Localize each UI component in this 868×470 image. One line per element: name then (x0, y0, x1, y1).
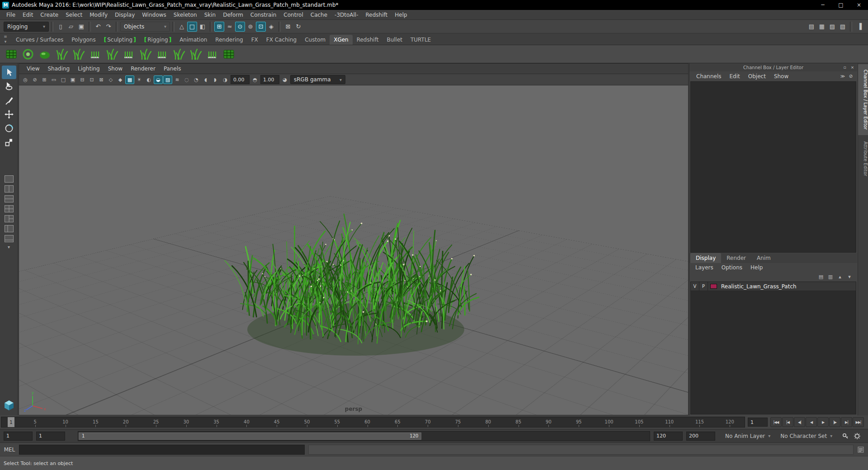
go-to-end-button[interactable]: ▶▶| (853, 417, 864, 427)
character-set-dropdown[interactable]: No Character Set ▾ (780, 433, 832, 439)
xgen-update-preview-icon[interactable] (37, 47, 52, 62)
animation-end-field[interactable]: 200 (686, 432, 715, 441)
gate-mask-icon[interactable]: ▣ (68, 75, 77, 84)
grid-icon[interactable]: ⊞ (40, 75, 49, 84)
shelf-tab-curves-surfaces[interactable]: Curves / Surfaces (12, 35, 67, 45)
wireframe-icon[interactable]: ◇ (106, 75, 115, 84)
color-management-icon[interactable]: ◕ (280, 75, 289, 84)
layer-playback-toggle[interactable]: P (699, 282, 708, 291)
exposure-field[interactable]: 0.00 (231, 75, 250, 84)
animation-start-field[interactable]: 1 (4, 432, 33, 441)
safe-action-icon[interactable]: ⊡ (87, 75, 96, 84)
layer-editor-tab-display[interactable]: Display (690, 253, 721, 263)
shelf-tab-animation[interactable]: Animation (175, 35, 211, 45)
menu-item-windows[interactable]: Windows (138, 10, 170, 20)
resolution-gate-icon[interactable]: □ (59, 75, 68, 84)
go-to-start-button[interactable]: |◀◀ (770, 417, 782, 427)
xgen-noise-brush-icon[interactable] (171, 47, 186, 62)
field-chart-icon[interactable]: ⊟ (78, 75, 87, 84)
file-open-icon[interactable]: ▱ (66, 22, 76, 32)
snap-to-grid-icon[interactable]: ⊞ (214, 22, 224, 32)
layer-row[interactable]: VPRealistic_Lawn_Grass_Patch (691, 282, 856, 291)
xgen-place-guides-icon[interactable] (204, 47, 220, 62)
timeline-track[interactable]: 5101520253035404550556065707580859095100… (1, 417, 745, 428)
layer-menu-options[interactable]: Options (717, 264, 746, 271)
hypergraph-persp-layout-icon[interactable] (3, 235, 15, 243)
layer-menu-layers[interactable]: Layers (691, 264, 717, 271)
gamma-icon[interactable]: ◓ (250, 75, 259, 84)
view-transform-dropdown[interactable]: sRGB gamma ▾ (290, 75, 345, 84)
animation-preferences-icon[interactable] (852, 431, 862, 441)
layer-visibility-toggle[interactable]: V (691, 282, 699, 291)
channel-box-menu-edit[interactable]: Edit (726, 73, 744, 80)
xgen-add-selection-icon[interactable] (54, 47, 69, 62)
channel-box-header[interactable]: Channel Box / Layer Editor ▫× (689, 63, 857, 71)
paint-select-tool-icon[interactable] (2, 94, 16, 107)
xgen-clump-brush-icon[interactable] (154, 47, 170, 62)
single-pane-layout-icon[interactable] (3, 175, 15, 183)
xgen-editor-icon[interactable] (4, 47, 19, 62)
menu-item-select[interactable]: Select (62, 10, 86, 20)
menu-item-redshift[interactable]: Redshift (362, 10, 392, 20)
menu-item-create[interactable]: Create (37, 10, 62, 20)
xgen-cut-brush-icon[interactable] (188, 47, 203, 62)
object-lock-icon[interactable]: ⊠ (283, 22, 293, 32)
panel-menu-renderer[interactable]: Renderer (127, 66, 160, 72)
maximize-button[interactable]: □ (832, 0, 850, 10)
shelf-tab-turtle[interactable]: TURTLE (406, 35, 435, 45)
select-object-icon[interactable]: □ (187, 22, 197, 32)
shelf-tab-menu-icon[interactable]: ▾ (2, 39, 9, 44)
shadows-icon[interactable]: ◐ (144, 75, 153, 84)
render-settings-icon[interactable]: ▧ (838, 22, 848, 32)
xgen-create-guide-icon[interactable] (71, 47, 86, 62)
menu-item-display[interactable]: Display (111, 10, 138, 20)
xgen-width-brush-icon[interactable] (121, 47, 136, 62)
close-button[interactable]: × (850, 0, 868, 10)
play-backwards-button[interactable]: ◀ (806, 417, 817, 427)
panel-menu-lighting[interactable]: Lighting (74, 66, 104, 72)
exposure-icon[interactable]: ◑ (221, 75, 230, 84)
move-layer-down-icon[interactable]: ▾ (845, 273, 854, 280)
scale-tool-icon[interactable] (2, 136, 16, 149)
menu-item-3dtoall[interactable]: -3DtoAll- (331, 10, 362, 20)
shaded-icon[interactable]: ◆ (116, 75, 125, 84)
new-layer-from-selected-icon[interactable]: ▥ (826, 273, 835, 280)
step-back-key-button[interactable]: ◀| (794, 417, 805, 427)
outliner-persp-layout-icon[interactable] (3, 225, 15, 233)
range-slider-track[interactable]: 1 120 (78, 431, 650, 441)
close-icon[interactable]: × (849, 65, 855, 70)
layout-menu-arrow-icon[interactable]: ▾ (8, 244, 10, 249)
textured-icon[interactable]: ▩ (125, 75, 134, 84)
panel-menu-show[interactable]: Show (104, 66, 127, 72)
step-back-frame-button[interactable]: |◀ (782, 417, 793, 427)
redo-icon[interactable]: ↷ (104, 22, 113, 32)
menu-item-control[interactable]: Control (280, 10, 307, 20)
two-pane-side-layout-icon[interactable] (3, 185, 15, 193)
playback-end-field[interactable]: 120 (654, 432, 683, 441)
make-live-icon[interactable]: ◈ (266, 22, 276, 32)
panel-menu-panels[interactable]: Panels (160, 66, 185, 72)
select-camera-icon[interactable]: ◎ (21, 75, 30, 84)
minimize-button[interactable]: ─ (814, 0, 832, 10)
title-bar[interactable]: M Autodesk Maya 2016: E:\work\WIP\Realis… (0, 0, 868, 10)
menu-item-constrain[interactable]: Constrain (247, 10, 280, 20)
layer-color-swatch[interactable] (710, 284, 717, 289)
shelf-tab-redshift[interactable]: Redshift (353, 35, 383, 45)
shelf-tab-rigging[interactable]: [Rigging] (140, 35, 175, 45)
channel-speed-icon[interactable]: ≫ (839, 73, 846, 80)
lights-icon[interactable]: ☀ (135, 75, 144, 84)
xray-icon[interactable]: ◖ (201, 75, 210, 84)
move-tool-icon[interactable] (2, 108, 16, 121)
gamma-field[interactable]: 1.00 (260, 75, 279, 84)
select-tool-icon[interactable] (2, 66, 16, 79)
step-forward-frame-button[interactable]: ▶| (841, 417, 852, 427)
shelf-tab-sculpting[interactable]: [Sculpting] (100, 35, 140, 45)
command-result-field[interactable] (308, 445, 854, 455)
shelf-tab-rendering[interactable]: Rendering (211, 35, 247, 45)
motion-blur-icon[interactable]: ≋ (173, 75, 182, 84)
menu-item-file[interactable]: File (3, 10, 19, 20)
channel-lock-icon[interactable]: ⊘ (847, 73, 854, 80)
script-editor-icon[interactable] (856, 445, 866, 455)
shelf-tab-bullet[interactable]: Bullet (382, 35, 406, 45)
file-save-icon[interactable]: ▣ (76, 22, 86, 32)
